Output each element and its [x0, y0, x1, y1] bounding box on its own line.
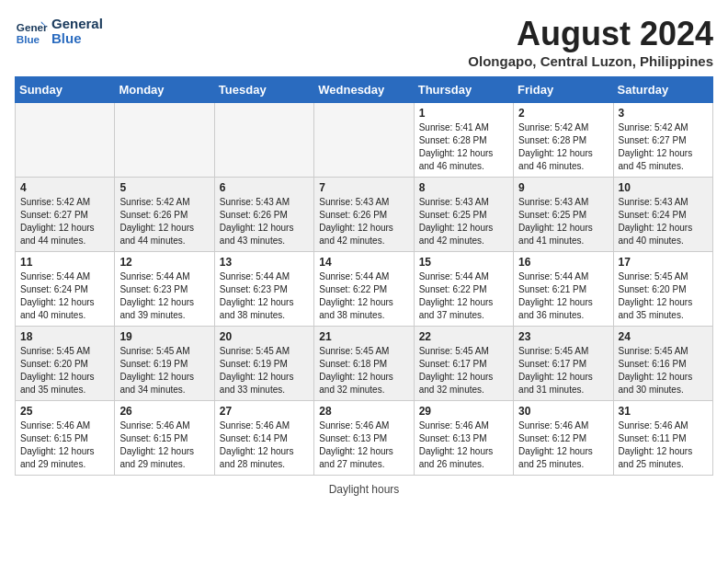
day-info: Sunrise: 5:42 AM Sunset: 6:28 PM Dayligh… [518, 121, 608, 173]
calendar-header-saturday: Saturday [613, 77, 712, 103]
calendar-cell: 30Sunrise: 5:46 AM Sunset: 6:12 PM Dayli… [514, 401, 613, 476]
calendar-cell: 4Sunrise: 5:42 AM Sunset: 6:27 PM Daylig… [16, 178, 115, 252]
calendar-cell: 23Sunrise: 5:45 AM Sunset: 6:17 PM Dayli… [514, 327, 613, 401]
day-number: 9 [518, 181, 608, 194]
day-number: 5 [119, 181, 209, 194]
calendar-cell: 9Sunrise: 5:43 AM Sunset: 6:25 PM Daylig… [514, 178, 613, 252]
calendar-cell: 22Sunrise: 5:45 AM Sunset: 6:17 PM Dayli… [414, 327, 513, 401]
calendar-cell: 24Sunrise: 5:45 AM Sunset: 6:16 PM Dayli… [613, 327, 712, 401]
logo: General Blue General Blue [15, 15, 103, 48]
day-number: 7 [319, 181, 408, 194]
day-number: 21 [319, 330, 408, 343]
day-number: 27 [220, 405, 309, 418]
day-info: Sunrise: 5:46 AM Sunset: 6:14 PM Dayligh… [220, 419, 309, 471]
calendar-cell: 20Sunrise: 5:45 AM Sunset: 6:19 PM Dayli… [214, 327, 313, 401]
day-number: 29 [419, 405, 508, 418]
day-info: Sunrise: 5:44 AM Sunset: 6:22 PM Dayligh… [319, 270, 408, 322]
day-info: Sunrise: 5:42 AM Sunset: 6:26 PM Dayligh… [119, 196, 209, 247]
day-number: 4 [20, 181, 109, 194]
calendar-cell: 15Sunrise: 5:44 AM Sunset: 6:22 PM Dayli… [414, 252, 513, 327]
day-number: 6 [220, 181, 309, 194]
day-info: Sunrise: 5:45 AM Sunset: 6:19 PM Dayligh… [220, 345, 309, 396]
calendar-header-tuesday: Tuesday [214, 77, 313, 103]
calendar-cell: 1Sunrise: 5:41 AM Sunset: 6:28 PM Daylig… [414, 103, 513, 178]
day-number: 8 [419, 181, 508, 194]
day-info: Sunrise: 5:45 AM Sunset: 6:18 PM Dayligh… [319, 345, 408, 396]
calendar-cell: 19Sunrise: 5:45 AM Sunset: 6:19 PM Dayli… [115, 327, 214, 401]
location-title: Olongapo, Central Luzon, Philippines [468, 53, 713, 69]
day-number: 14 [319, 256, 408, 269]
day-number: 18 [20, 330, 109, 343]
calendar-cell [16, 103, 115, 178]
day-number: 16 [518, 256, 608, 269]
calendar-cell: 26Sunrise: 5:46 AM Sunset: 6:15 PM Dayli… [115, 401, 214, 476]
day-number: 11 [20, 256, 109, 269]
day-info: Sunrise: 5:44 AM Sunset: 6:23 PM Dayligh… [220, 270, 309, 322]
svg-text:General: General [17, 21, 48, 33]
day-info: Sunrise: 5:45 AM Sunset: 6:20 PM Dayligh… [619, 270, 708, 322]
calendar-cell: 5Sunrise: 5:42 AM Sunset: 6:26 PM Daylig… [115, 178, 214, 252]
calendar-cell: 25Sunrise: 5:46 AM Sunset: 6:15 PM Dayli… [16, 401, 115, 476]
day-info: Sunrise: 5:42 AM Sunset: 6:27 PM Dayligh… [20, 196, 109, 247]
calendar-cell: 12Sunrise: 5:44 AM Sunset: 6:23 PM Dayli… [115, 252, 214, 327]
calendar-week-1: 1Sunrise: 5:41 AM Sunset: 6:28 PM Daylig… [16, 103, 713, 178]
calendar-cell: 31Sunrise: 5:46 AM Sunset: 6:11 PM Dayli… [613, 401, 712, 476]
day-info: Sunrise: 5:46 AM Sunset: 6:12 PM Dayligh… [518, 419, 608, 471]
calendar-week-2: 4Sunrise: 5:42 AM Sunset: 6:27 PM Daylig… [16, 178, 713, 252]
day-number: 24 [619, 330, 708, 343]
day-number: 12 [119, 256, 209, 269]
calendar-week-4: 18Sunrise: 5:45 AM Sunset: 6:20 PM Dayli… [16, 327, 713, 401]
page-header: General Blue General Blue August 2024 Ol… [15, 15, 713, 69]
day-info: Sunrise: 5:45 AM Sunset: 6:20 PM Dayligh… [20, 345, 109, 396]
calendar-week-5: 25Sunrise: 5:46 AM Sunset: 6:15 PM Dayli… [16, 401, 713, 476]
day-info: Sunrise: 5:43 AM Sunset: 6:25 PM Dayligh… [419, 196, 508, 247]
day-number: 26 [119, 405, 209, 418]
day-number: 2 [518, 107, 608, 120]
calendar-header-monday: Monday [115, 77, 214, 103]
day-info: Sunrise: 5:45 AM Sunset: 6:17 PM Dayligh… [419, 345, 508, 396]
calendar-cell: 17Sunrise: 5:45 AM Sunset: 6:20 PM Dayli… [613, 252, 712, 327]
day-number: 31 [619, 405, 708, 418]
calendar-cell: 18Sunrise: 5:45 AM Sunset: 6:20 PM Dayli… [16, 327, 115, 401]
calendar-cell: 8Sunrise: 5:43 AM Sunset: 6:25 PM Daylig… [414, 178, 513, 252]
day-info: Sunrise: 5:43 AM Sunset: 6:24 PM Dayligh… [619, 196, 708, 247]
day-number: 13 [220, 256, 309, 269]
calendar-header-sunday: Sunday [16, 77, 115, 103]
day-info: Sunrise: 5:42 AM Sunset: 6:27 PM Dayligh… [619, 121, 708, 173]
day-info: Sunrise: 5:44 AM Sunset: 6:21 PM Dayligh… [518, 270, 608, 322]
day-info: Sunrise: 5:46 AM Sunset: 6:13 PM Dayligh… [319, 419, 408, 471]
day-number: 19 [119, 330, 209, 343]
day-info: Sunrise: 5:46 AM Sunset: 6:13 PM Dayligh… [419, 419, 508, 471]
title-block: August 2024 Olongapo, Central Luzon, Phi… [468, 15, 713, 69]
day-info: Sunrise: 5:44 AM Sunset: 6:24 PM Dayligh… [20, 270, 109, 322]
day-info: Sunrise: 5:45 AM Sunset: 6:16 PM Dayligh… [619, 345, 708, 396]
calendar-cell: 7Sunrise: 5:43 AM Sunset: 6:26 PM Daylig… [314, 178, 414, 252]
calendar-cell: 10Sunrise: 5:43 AM Sunset: 6:24 PM Dayli… [613, 178, 712, 252]
calendar-cell [214, 103, 313, 178]
day-number: 25 [20, 405, 109, 418]
logo-icon: General Blue [15, 15, 48, 48]
calendar-cell: 11Sunrise: 5:44 AM Sunset: 6:24 PM Dayli… [16, 252, 115, 327]
day-info: Sunrise: 5:45 AM Sunset: 6:17 PM Dayligh… [518, 345, 608, 396]
calendar-cell [314, 103, 414, 178]
calendar-header-wednesday: Wednesday [314, 77, 414, 103]
day-info: Sunrise: 5:43 AM Sunset: 6:26 PM Dayligh… [319, 196, 408, 247]
day-info: Sunrise: 5:44 AM Sunset: 6:22 PM Dayligh… [419, 270, 508, 322]
day-number: 3 [619, 107, 708, 120]
calendar-cell: 16Sunrise: 5:44 AM Sunset: 6:21 PM Dayli… [514, 252, 613, 327]
calendar-cell: 27Sunrise: 5:46 AM Sunset: 6:14 PM Dayli… [214, 401, 313, 476]
day-number: 28 [319, 405, 408, 418]
calendar-cell: 28Sunrise: 5:46 AM Sunset: 6:13 PM Dayli… [314, 401, 414, 476]
day-info: Sunrise: 5:44 AM Sunset: 6:23 PM Dayligh… [119, 270, 209, 322]
calendar-cell: 2Sunrise: 5:42 AM Sunset: 6:28 PM Daylig… [514, 103, 613, 178]
logo-blue: Blue [51, 31, 103, 47]
day-info: Sunrise: 5:43 AM Sunset: 6:25 PM Dayligh… [518, 196, 608, 247]
calendar-cell: 21Sunrise: 5:45 AM Sunset: 6:18 PM Dayli… [314, 327, 414, 401]
day-number: 23 [518, 330, 608, 343]
calendar-week-3: 11Sunrise: 5:44 AM Sunset: 6:24 PM Dayli… [16, 252, 713, 327]
calendar-cell: 29Sunrise: 5:46 AM Sunset: 6:13 PM Dayli… [414, 401, 513, 476]
svg-text:Blue: Blue [17, 33, 40, 45]
day-info: Sunrise: 5:43 AM Sunset: 6:26 PM Dayligh… [220, 196, 309, 247]
day-info: Sunrise: 5:46 AM Sunset: 6:15 PM Dayligh… [119, 419, 209, 471]
day-number: 15 [419, 256, 508, 269]
